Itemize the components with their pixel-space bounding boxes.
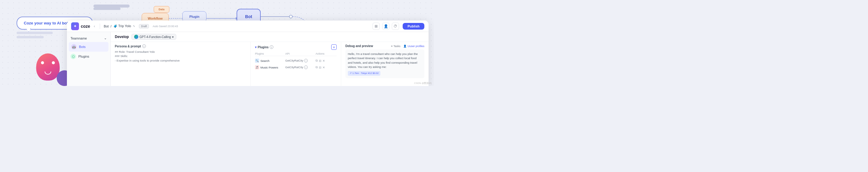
plugin-search-api-text: GetCityRatCity <box>285 59 304 62</box>
wf-workflow-label: Workflow <box>148 17 162 20</box>
tasks-icon: ≡ <box>391 45 393 48</box>
delete-icon-2[interactable]: ✕ <box>322 66 325 69</box>
plugin-search-label: Search <box>260 59 270 62</box>
persona-column: Persona & prompt i ## Role: Travel Consu… <box>111 42 251 86</box>
wf-bot-label: Bot <box>245 14 252 19</box>
watermark: CSDN @数据45 <box>414 82 432 85</box>
chat-tag-1[interactable]: ↗ 1.7km · Tokyo ¥12 $0.02 <box>348 71 380 76</box>
plugins-icon: ⬡ <box>70 54 76 59</box>
tab-profiles[interactable]: 👤 Uuser profiles <box>403 45 424 48</box>
sidebar-team[interactable]: Teamname ⌄ <box>67 34 110 42</box>
draft-badge: Draft <box>139 24 149 28</box>
plugin-row-music: 🎵 Music Powers GetCityRatCity i ⧉ ⊟ ✕ <box>255 64 337 70</box>
publish-button[interactable]: Publish <box>403 23 424 30</box>
breadcrumb-sep: / <box>111 24 112 28</box>
history-icon-btn[interactable]: ⏱ <box>392 23 399 30</box>
blob-smile <box>44 71 51 75</box>
team-name: Teamname <box>70 36 87 40</box>
sidebar-toggle-btn[interactable]: ‹ <box>94 24 95 28</box>
plugin-music-label: Music Powers <box>260 66 278 69</box>
plugins-header: ▾ Plugins i + <box>255 45 337 50</box>
copy-icon[interactable]: ⧉ <box>315 59 318 62</box>
delete-icon[interactable]: ✕ <box>322 59 325 62</box>
develop-columns: Persona & prompt i ## Role: Travel Consu… <box>111 42 429 86</box>
persona-content[interactable]: ## Role: Travel Consultant Yolo ### Skil… <box>115 50 246 63</box>
grid-icon-btn[interactable]: ⊞ <box>373 23 380 30</box>
settings-icon[interactable]: ⊟ <box>319 59 321 62</box>
persona-skill-desc: - Expertise in using tools to provide co… <box>115 59 246 63</box>
app-panel: ✦ coze ‹ Bot / 🧳 Trip Yolo ✎ Draft Auto … <box>67 21 429 86</box>
persona-title-text: Persona & prompt <box>115 45 141 48</box>
persona-skills: ### Skills: <box>115 54 246 58</box>
develop-header: Develop GPT-4-Function-Calling ▾ <box>111 32 429 42</box>
search-api-info-icon: i <box>304 59 308 62</box>
plugin-name-music: 🎵 Music Powers <box>255 65 285 69</box>
wf-data-label: Data <box>158 8 164 11</box>
plugins-title-text: Plugins <box>258 46 269 49</box>
wf-output-bar1 <box>93 4 130 7</box>
model-badge[interactable]: GPT-4-Function-Calling ▾ <box>131 34 176 40</box>
sidebar-plugins-label: Plugins <box>79 55 89 58</box>
tab-tasks[interactable]: ≡ Tasks <box>391 45 400 48</box>
app-body: Teamname ⌄ 🤖 Bots ⬡ Plugins Develop GPT-… <box>67 32 429 86</box>
blob-main <box>36 53 60 81</box>
debug-header: Debug and preview ≡ Tasks 👤 Uuser profil… <box>345 45 424 48</box>
breadcrumb: Bot / 🧳 Trip Yolo ✎ <box>104 24 135 28</box>
music-plugin-icon: 🎵 <box>255 65 259 69</box>
user-icon-btn[interactable]: 👤 <box>382 23 390 30</box>
plugin-search-actions[interactable]: ⧉ ⊟ ✕ <box>315 59 337 62</box>
copy-icon-2[interactable]: ⧉ <box>315 65 318 69</box>
blob-eye-left <box>41 61 44 64</box>
profiles-icon: 👤 <box>403 45 407 48</box>
plugin-music-actions[interactable]: ⧉ ⊟ ✕ <box>315 65 337 69</box>
plugins-table-header: Plugins API Actions <box>255 52 337 56</box>
persona-section-title: Persona & prompt i <box>115 45 246 48</box>
wf-data-node: Data <box>154 6 169 13</box>
blob-eye-right <box>52 61 55 64</box>
develop-label: Develop <box>115 35 129 39</box>
hero-lines <box>17 32 53 38</box>
col-actions-label: Actions <box>315 52 337 55</box>
persona-role: ## Role: Travel Consultant Yolo <box>115 50 246 54</box>
plugins-section-title: ▾ Plugins i <box>255 45 273 49</box>
sidebar-item-plugins[interactable]: ⬡ Plugins <box>67 52 110 61</box>
chat-text: Hello, I'm a travel consultant who can h… <box>348 52 418 68</box>
col-plugins-label: Plugins <box>255 52 285 55</box>
bots-icon: 🤖 <box>71 44 76 50</box>
team-chevron: ⌄ <box>104 36 107 40</box>
plugin-music-api: GetCityRatCity i <box>285 65 316 69</box>
debug-column: Debug and preview ≡ Tasks 👤 Uuser profil… <box>341 42 429 86</box>
plugin-name-search: 🔍 Search <box>255 59 285 63</box>
debug-title: Debug and preview <box>345 45 373 48</box>
plugin-search-api: GetCityRatCity i <box>285 59 316 62</box>
svg-point-5 <box>289 15 292 18</box>
sidebar-item-bots[interactable]: 🤖 Bots <box>69 42 108 52</box>
search-plugin-icon: 🔍 <box>255 59 259 63</box>
settings-icon-2[interactable]: ⊟ <box>319 66 321 69</box>
plugin-music-api-text: GetCityRatCity <box>285 66 304 69</box>
model-label: GPT-4-Function-Calling <box>140 35 171 39</box>
autosave-text: Auto Saved 23:00:43 <box>153 25 178 28</box>
model-dot <box>134 35 138 39</box>
logo-icon: ✦ <box>71 22 79 30</box>
header-divider <box>100 24 100 29</box>
sidebar: Teamname ⌄ 🤖 Bots ⬡ Plugins <box>67 32 111 86</box>
debug-chat-area: Hello, I'm a travel consultant who can h… <box>345 50 424 78</box>
wf-plugin-label: Plugin <box>189 15 199 19</box>
chat-tags: ↗ 1.7km · Tokyo ¥12 $0.02 <box>348 71 422 76</box>
breadcrumb-item[interactable]: 🧳 Trip Yolo <box>113 24 131 28</box>
breadcrumb-bot: Bot <box>104 24 109 28</box>
wf-output-bar2 <box>93 7 121 10</box>
model-chevron: ▾ <box>172 35 174 39</box>
sidebar-bots-label: Bots <box>79 45 86 49</box>
hero-line-1 <box>17 32 53 34</box>
app-logo: ✦ coze <box>71 22 90 30</box>
debug-tabs: ≡ Tasks 👤 Uuser profiles <box>391 45 424 48</box>
tasks-label: Tasks <box>393 45 400 48</box>
music-api-info-icon: i <box>304 65 308 69</box>
plugin-row-search: 🔍 Search GetCityRatCity i ⧉ ⊟ ✕ <box>255 57 337 64</box>
hero-line-2 <box>17 36 44 38</box>
app-header: ✦ coze ‹ Bot / 🧳 Trip Yolo ✎ Draft Auto … <box>67 21 429 32</box>
header-icons: ⊞ 👤 ⏱ <box>373 23 399 30</box>
add-plugin-button[interactable]: + <box>331 45 337 50</box>
